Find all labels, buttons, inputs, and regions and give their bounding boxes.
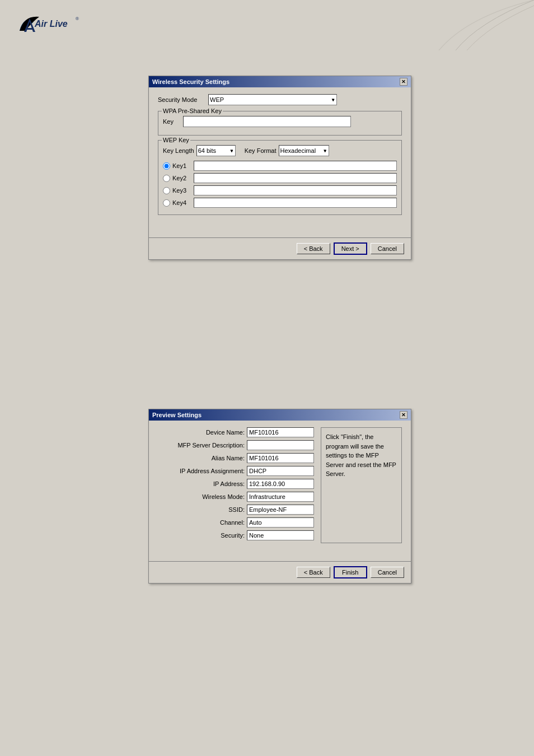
preview-info-text: Click "Finish", the program will save th…: [326, 433, 396, 477]
preview-info-box: Click "Finish", the program will save th…: [321, 427, 402, 543]
ip-assignment-value: DHCP: [247, 466, 314, 476]
key-length-select[interactable]: 64 bits 128 bits: [196, 145, 236, 156]
preview-settings-dialog: Preview Settings ✕ Device Name: MF101016…: [148, 409, 411, 584]
channel-row: Channel: Auto: [158, 517, 314, 528]
deco-curves: [355, 0, 534, 50]
dialog2-back-btn[interactable]: < Back: [297, 567, 330, 578]
alias-name-row: Alias Name: MF101016: [158, 453, 314, 463]
alias-name-label: Alias Name:: [158, 455, 245, 461]
security-value: None: [247, 530, 314, 540]
ssid-value: Employee-NF: [247, 505, 314, 515]
alias-name-value: MF101016: [247, 453, 314, 463]
key4-label: Key4: [172, 199, 194, 206]
wep-group-label: WEP Key: [162, 137, 190, 143]
channel-label: Channel:: [158, 519, 245, 526]
preview-settings-title: Preview Settings: [152, 412, 202, 418]
key-format-label: Key Format: [245, 147, 277, 154]
airlive-logo: Air Live ®: [11, 11, 90, 42]
mfp-server-desc-label: MFP Server Description:: [158, 442, 245, 449]
wep-groupbox: WEP Key Key Length 64 bits 128 bits ▼ Ke…: [158, 140, 402, 215]
key1-label: Key1: [172, 162, 194, 169]
preview-form: Device Name: MF101016 MFP Server Descrip…: [158, 427, 314, 543]
security-mode-label: Security Mode: [158, 96, 208, 103]
device-name-row: Device Name: MF101016: [158, 427, 314, 437]
dialog1-footer: < Back Next > Cancel: [149, 237, 411, 259]
ip-assignment-label: IP Address Assignment:: [158, 468, 245, 474]
preview-settings-close-btn[interactable]: ✕: [400, 411, 407, 419]
wireless-mode-label: Wireless Mode:: [158, 493, 245, 500]
key-format-select[interactable]: Hexadecimal ASCII: [279, 145, 329, 156]
key4-row: Key4: [163, 198, 397, 208]
key3-input[interactable]: [194, 185, 397, 195]
key3-label: Key3: [172, 187, 194, 194]
wpa-key-input[interactable]: [183, 116, 351, 127]
svg-text:Air Live: Air Live: [34, 19, 68, 29]
wpa-key-label: Key: [163, 118, 183, 125]
key1-input[interactable]: [194, 161, 397, 171]
dialog2-cancel-btn[interactable]: Cancel: [371, 567, 404, 578]
key2-input[interactable]: [194, 173, 397, 183]
key3-row: Key3: [163, 185, 397, 195]
dialog1-cancel-btn[interactable]: Cancel: [371, 243, 404, 254]
dialog2-finish-btn[interactable]: Finish: [334, 566, 367, 578]
key2-row: Key2: [163, 173, 397, 183]
mfp-server-desc-value: [247, 440, 314, 450]
ip-address-value: 192.168.0.90: [247, 479, 314, 489]
wpa-groupbox: WPA Pre-Shared Key Key: [158, 111, 402, 136]
wireless-security-title: Wireless Security Settings: [152, 78, 229, 85]
security-mode-select[interactable]: WEP WPA-PSK WPA2-PSK None: [208, 94, 337, 105]
security-mode-select-wrapper: WEP WPA-PSK WPA2-PSK None ▼: [208, 94, 337, 105]
wireless-security-close-btn[interactable]: ✕: [400, 78, 407, 86]
wireless-mode-value: Infrastructure: [247, 492, 314, 502]
key4-input[interactable]: [194, 198, 397, 208]
wpa-group-label: WPA Pre-Shared Key: [162, 108, 223, 114]
ip-address-label: IP Address:: [158, 480, 245, 487]
key4-radio[interactable]: [163, 199, 170, 207]
key2-radio[interactable]: [163, 175, 170, 182]
wireless-security-titlebar: Wireless Security Settings ✕: [149, 76, 411, 87]
ip-address-row: IP Address: 192.168.0.90: [158, 479, 314, 489]
device-name-label: Device Name:: [158, 429, 245, 436]
svg-text:®: ®: [76, 16, 79, 21]
key1-row: Key1: [163, 161, 397, 171]
preview-content: Device Name: MF101016 MFP Server Descrip…: [158, 427, 402, 543]
ip-assignment-row: IP Address Assignment: DHCP: [158, 466, 314, 476]
key3-radio[interactable]: [163, 187, 170, 194]
dialog1-next-btn[interactable]: Next >: [334, 242, 367, 255]
security-row: Security: None: [158, 530, 314, 540]
channel-value: Auto: [247, 517, 314, 528]
mfp-server-desc-row: MFP Server Description:: [158, 440, 314, 450]
ssid-label: SSID:: [158, 506, 245, 513]
key-length-label: Key Length: [163, 147, 194, 154]
device-name-value: MF101016: [247, 427, 314, 437]
security-label: Security:: [158, 532, 245, 539]
wireless-mode-row: Wireless Mode: Infrastructure: [158, 492, 314, 502]
key2-label: Key2: [172, 175, 194, 181]
key1-radio[interactable]: [163, 162, 170, 170]
preview-settings-titlebar: Preview Settings ✕: [149, 409, 411, 421]
wireless-security-dialog: Wireless Security Settings ✕ Security Mo…: [148, 76, 411, 260]
ssid-row: SSID: Employee-NF: [158, 505, 314, 515]
dialog1-back-btn[interactable]: < Back: [297, 243, 330, 254]
dialog2-footer: < Back Finish Cancel: [149, 561, 411, 583]
logo-area: Air Live ®: [11, 11, 90, 45]
